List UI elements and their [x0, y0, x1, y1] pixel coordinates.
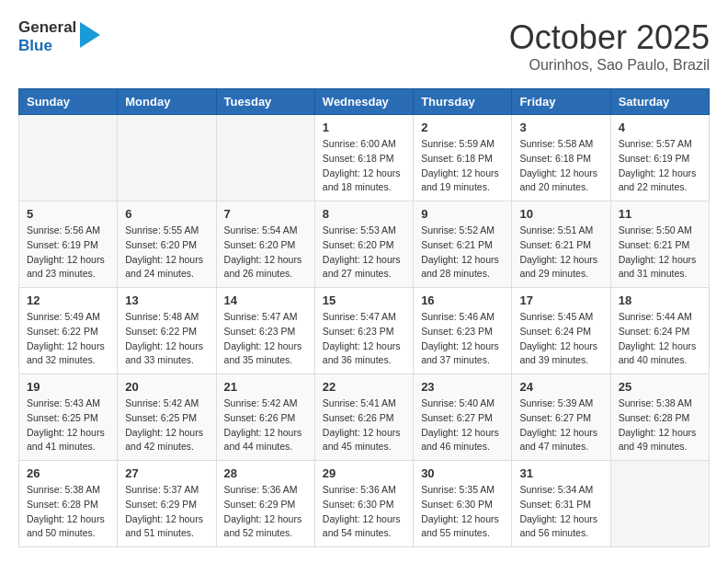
- day-number: 6: [125, 207, 208, 221]
- calendar-cell: 16Sunrise: 5:46 AM Sunset: 6:23 PM Dayli…: [414, 288, 512, 374]
- day-number: 22: [323, 380, 405, 394]
- day-number: 16: [421, 293, 504, 307]
- calendar-cell: 20Sunrise: 5:42 AM Sunset: 6:25 PM Dayli…: [118, 374, 216, 461]
- day-info: Sunrise: 5:42 AM Sunset: 6:25 PM Dayligh…: [125, 396, 208, 454]
- day-info: Sunrise: 5:51 AM Sunset: 6:21 PM Dayligh…: [519, 224, 602, 282]
- calendar-cell: 12Sunrise: 5:49 AM Sunset: 6:22 PM Dayli…: [19, 288, 118, 374]
- logo-general: General: [18, 18, 76, 37]
- day-info: Sunrise: 5:58 AM Sunset: 6:18 PM Dayligh…: [519, 137, 602, 195]
- day-info: Sunrise: 5:39 AM Sunset: 6:27 PM Dayligh…: [519, 396, 602, 454]
- calendar-cell: [216, 115, 314, 201]
- day-info: Sunrise: 5:55 AM Sunset: 6:20 PM Dayligh…: [125, 224, 208, 282]
- day-number: 18: [619, 293, 701, 307]
- calendar-cell: 14Sunrise: 5:47 AM Sunset: 6:23 PM Dayli…: [216, 288, 314, 374]
- calendar-cell: 18Sunrise: 5:44 AM Sunset: 6:24 PM Dayli…: [610, 288, 709, 374]
- calendar-cell: 7Sunrise: 5:54 AM Sunset: 6:20 PM Daylig…: [216, 201, 314, 288]
- day-number: 31: [519, 466, 602, 480]
- calendar-cell: 11Sunrise: 5:50 AM Sunset: 6:21 PM Dayli…: [610, 201, 709, 288]
- calendar-cell: 30Sunrise: 5:35 AM Sunset: 6:30 PM Dayli…: [414, 461, 512, 547]
- calendar-cell: 17Sunrise: 5:45 AM Sunset: 6:24 PM Dayli…: [512, 288, 610, 374]
- day-info: Sunrise: 5:44 AM Sunset: 6:24 PM Dayligh…: [619, 310, 701, 368]
- weekday-header-sunday: Sunday: [19, 89, 118, 115]
- day-info: Sunrise: 5:40 AM Sunset: 6:27 PM Dayligh…: [421, 396, 504, 454]
- calendar-cell: 5Sunrise: 5:56 AM Sunset: 6:19 PM Daylig…: [19, 201, 118, 288]
- day-info: Sunrise: 5:34 AM Sunset: 6:31 PM Dayligh…: [519, 483, 602, 541]
- day-number: 9: [421, 207, 504, 221]
- day-number: 12: [27, 293, 109, 307]
- calendar-cell: 21Sunrise: 5:42 AM Sunset: 6:26 PM Dayli…: [216, 374, 314, 461]
- day-info: Sunrise: 5:49 AM Sunset: 6:22 PM Dayligh…: [27, 310, 109, 368]
- weekday-header-friday: Friday: [512, 89, 610, 115]
- calendar-week-row: 1Sunrise: 6:00 AM Sunset: 6:18 PM Daylig…: [19, 115, 710, 201]
- weekday-header-saturday: Saturday: [610, 89, 709, 115]
- weekday-header-thursday: Thursday: [414, 89, 512, 115]
- day-number: 4: [619, 121, 701, 134]
- day-number: 11: [619, 207, 701, 221]
- page-header: General Blue October 2025 Ourinhos, Sao …: [18, 18, 710, 74]
- calendar-cell: 24Sunrise: 5:39 AM Sunset: 6:27 PM Dayli…: [512, 374, 610, 461]
- day-info: Sunrise: 5:59 AM Sunset: 6:18 PM Dayligh…: [421, 137, 504, 195]
- day-number: 8: [323, 207, 405, 221]
- calendar-cell: 13Sunrise: 5:48 AM Sunset: 6:22 PM Dayli…: [118, 288, 216, 374]
- calendar-table: SundayMondayTuesdayWednesdayThursdayFrid…: [18, 88, 710, 547]
- location: Ourinhos, Sao Paulo, Brazil: [509, 57, 710, 74]
- day-number: 27: [125, 466, 208, 480]
- calendar-cell: 10Sunrise: 5:51 AM Sunset: 6:21 PM Dayli…: [512, 201, 610, 288]
- day-info: Sunrise: 5:36 AM Sunset: 6:30 PM Dayligh…: [323, 483, 405, 541]
- day-info: Sunrise: 5:56 AM Sunset: 6:19 PM Dayligh…: [27, 224, 109, 282]
- calendar-cell: [610, 461, 709, 547]
- weekday-header-tuesday: Tuesday: [216, 89, 314, 115]
- day-number: 24: [519, 380, 602, 394]
- calendar-cell: 28Sunrise: 5:36 AM Sunset: 6:29 PM Dayli…: [216, 461, 314, 547]
- day-number: 19: [27, 380, 109, 394]
- day-info: Sunrise: 5:46 AM Sunset: 6:23 PM Dayligh…: [421, 310, 504, 368]
- calendar-cell: 2Sunrise: 5:59 AM Sunset: 6:18 PM Daylig…: [414, 115, 512, 201]
- calendar-cell: 31Sunrise: 5:34 AM Sunset: 6:31 PM Dayli…: [512, 461, 610, 547]
- title-section: October 2025 Ourinhos, Sao Paulo, Brazil: [509, 18, 710, 74]
- calendar-cell: 15Sunrise: 5:47 AM Sunset: 6:23 PM Dayli…: [314, 288, 413, 374]
- day-number: 3: [519, 121, 602, 134]
- day-info: Sunrise: 5:50 AM Sunset: 6:21 PM Dayligh…: [619, 224, 701, 282]
- weekday-header-monday: Monday: [118, 89, 216, 115]
- calendar-cell: 25Sunrise: 5:38 AM Sunset: 6:28 PM Dayli…: [610, 374, 709, 461]
- calendar-week-row: 19Sunrise: 5:43 AM Sunset: 6:25 PM Dayli…: [19, 374, 710, 461]
- day-info: Sunrise: 5:52 AM Sunset: 6:21 PM Dayligh…: [421, 224, 504, 282]
- day-info: Sunrise: 5:48 AM Sunset: 6:22 PM Dayligh…: [125, 310, 208, 368]
- day-number: 15: [323, 293, 405, 307]
- day-info: Sunrise: 5:53 AM Sunset: 6:20 PM Dayligh…: [323, 224, 405, 282]
- day-info: Sunrise: 5:38 AM Sunset: 6:28 PM Dayligh…: [619, 396, 701, 454]
- calendar-week-row: 26Sunrise: 5:38 AM Sunset: 6:28 PM Dayli…: [19, 461, 710, 547]
- day-number: 17: [519, 293, 602, 307]
- day-info: Sunrise: 6:00 AM Sunset: 6:18 PM Dayligh…: [323, 137, 405, 195]
- calendar-cell: 9Sunrise: 5:52 AM Sunset: 6:21 PM Daylig…: [414, 201, 512, 288]
- day-info: Sunrise: 5:57 AM Sunset: 6:19 PM Dayligh…: [619, 137, 701, 195]
- day-number: 20: [125, 380, 208, 394]
- calendar-cell: 22Sunrise: 5:41 AM Sunset: 6:26 PM Dayli…: [314, 374, 413, 461]
- day-number: 23: [421, 380, 504, 394]
- weekday-header-wednesday: Wednesday: [314, 89, 413, 115]
- calendar-cell: 1Sunrise: 6:00 AM Sunset: 6:18 PM Daylig…: [314, 115, 413, 201]
- month-title: October 2025: [509, 18, 710, 57]
- day-info: Sunrise: 5:42 AM Sunset: 6:26 PM Dayligh…: [224, 396, 307, 454]
- calendar-cell: 29Sunrise: 5:36 AM Sunset: 6:30 PM Dayli…: [314, 461, 413, 547]
- day-number: 2: [421, 121, 504, 134]
- day-number: 7: [224, 207, 307, 221]
- day-info: Sunrise: 5:54 AM Sunset: 6:20 PM Dayligh…: [224, 224, 307, 282]
- day-info: Sunrise: 5:47 AM Sunset: 6:23 PM Dayligh…: [323, 310, 405, 368]
- day-info: Sunrise: 5:35 AM Sunset: 6:30 PM Dayligh…: [421, 483, 504, 541]
- day-number: 26: [27, 466, 109, 480]
- logo-blue: Blue: [18, 37, 76, 55]
- day-number: 29: [323, 466, 405, 480]
- calendar-cell: 27Sunrise: 5:37 AM Sunset: 6:29 PM Dayli…: [118, 461, 216, 547]
- day-info: Sunrise: 5:47 AM Sunset: 6:23 PM Dayligh…: [224, 310, 307, 368]
- calendar-cell: 3Sunrise: 5:58 AM Sunset: 6:18 PM Daylig…: [512, 115, 610, 201]
- calendar-cell: 19Sunrise: 5:43 AM Sunset: 6:25 PM Dayli…: [19, 374, 118, 461]
- calendar-header-row: SundayMondayTuesdayWednesdayThursdayFrid…: [19, 89, 710, 115]
- day-number: 28: [224, 466, 307, 480]
- logo: General Blue: [18, 18, 100, 54]
- calendar-cell: 23Sunrise: 5:40 AM Sunset: 6:27 PM Dayli…: [414, 374, 512, 461]
- day-info: Sunrise: 5:43 AM Sunset: 6:25 PM Dayligh…: [27, 396, 109, 454]
- calendar-week-row: 12Sunrise: 5:49 AM Sunset: 6:22 PM Dayli…: [19, 288, 710, 374]
- calendar-cell: 4Sunrise: 5:57 AM Sunset: 6:19 PM Daylig…: [610, 115, 709, 201]
- calendar-week-row: 5Sunrise: 5:56 AM Sunset: 6:19 PM Daylig…: [19, 201, 710, 288]
